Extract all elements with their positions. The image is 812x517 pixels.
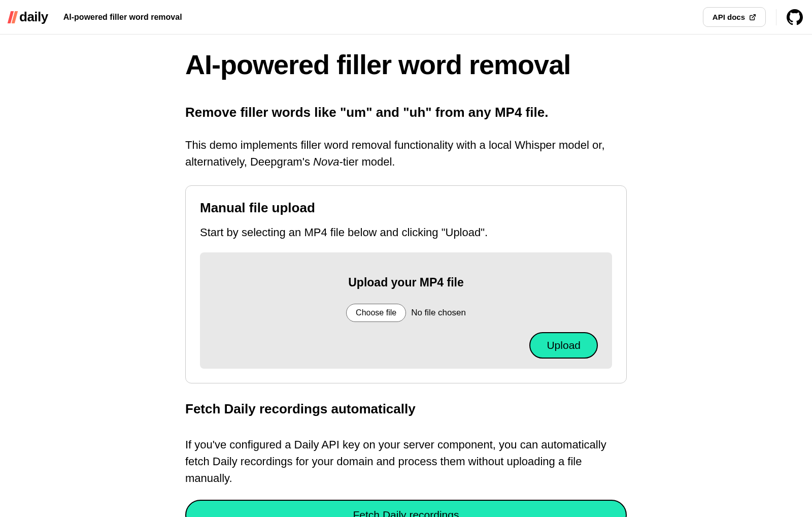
- logo-text: daily: [19, 9, 48, 25]
- description-suffix: -tier model.: [339, 155, 395, 168]
- external-link-icon: [749, 14, 756, 21]
- upload-card-title: Manual file upload: [200, 200, 612, 216]
- svg-line-0: [752, 14, 755, 17]
- header-right: API docs: [703, 7, 803, 27]
- file-status-text: No file chosen: [411, 308, 466, 318]
- upload-button-row: Upload: [214, 332, 598, 359]
- github-icon[interactable]: [787, 9, 803, 25]
- divider: [776, 9, 776, 25]
- header-subtitle: AI-powered filler word removal: [63, 13, 182, 22]
- upload-zone-title: Upload your MP4 file: [214, 276, 598, 289]
- fetch-recordings-button[interactable]: Fetch Daily recordings: [185, 500, 627, 517]
- main-content: AI-powered filler word removal Remove fi…: [175, 35, 637, 517]
- api-docs-label: API docs: [713, 13, 745, 21]
- subtitle-heading: Remove filler words like "um" and "uh" f…: [185, 105, 627, 120]
- logo-mark-icon: [9, 11, 16, 23]
- logo[interactable]: daily: [9, 9, 48, 25]
- fetch-description: If you've configured a Daily API key on …: [185, 436, 627, 487]
- fetch-section-heading: Fetch Daily recordings automatically: [185, 401, 627, 417]
- upload-button[interactable]: Upload: [529, 332, 598, 359]
- file-input-row: Choose file No file chosen: [346, 304, 466, 322]
- description-text: This demo implements filler word removal…: [185, 137, 627, 170]
- header: daily AI-powered filler word removal API…: [0, 0, 812, 35]
- header-left: daily AI-powered filler word removal: [9, 9, 182, 25]
- choose-file-button[interactable]: Choose file: [346, 304, 406, 322]
- api-docs-button[interactable]: API docs: [703, 7, 766, 27]
- page-title: AI-powered filler word removal: [185, 49, 627, 80]
- description-em: Nova: [313, 155, 339, 168]
- upload-card: Manual file upload Start by selecting an…: [185, 185, 627, 383]
- upload-zone: Upload your MP4 file Choose file No file…: [200, 252, 612, 369]
- upload-card-description: Start by selecting an MP4 file below and…: [200, 226, 612, 239]
